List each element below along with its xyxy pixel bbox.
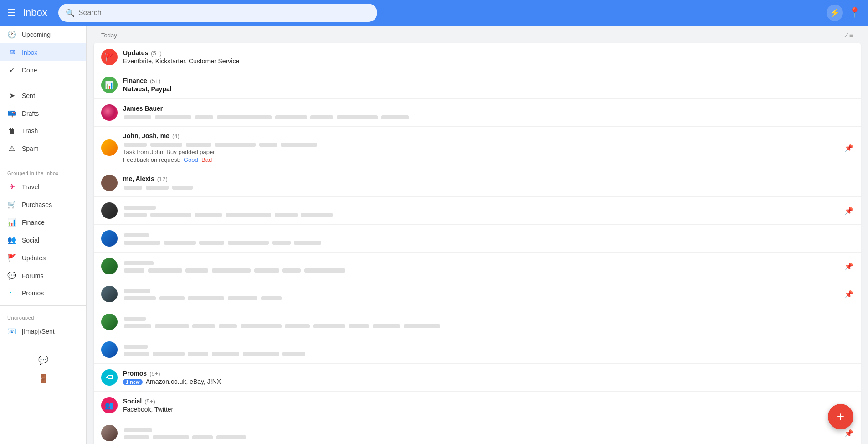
imap-sent-icon: 📧 xyxy=(7,327,16,336)
table-row[interactable]: 👥 Social (5+) Facebook, Twitter xyxy=(94,392,861,419)
email-subject: Facebook, Twitter xyxy=(123,406,853,413)
main-layout: 🕐 Upcoming ✉ Inbox ✓ Done ➤ Sent 📪 Draft… xyxy=(0,26,868,444)
sidebar-item-upcoming[interactable]: 🕐 Upcoming xyxy=(0,26,86,43)
upcoming-icon: 🕐 xyxy=(7,30,16,39)
pin-icon: 📌 xyxy=(844,144,853,152)
sidebar-label-social: Social xyxy=(22,237,39,244)
content-area: Today ✓≡ 🚩 Updates (5+) Eventbrite, Kick… xyxy=(87,26,868,444)
table-row[interactable]: 📌 xyxy=(94,419,861,444)
today-label: Today xyxy=(101,32,117,39)
menu-icon[interactable]: ☰ xyxy=(7,7,15,18)
pin-icon: 📌 xyxy=(844,207,853,215)
sidebar: 🕐 Upcoming ✉ Inbox ✓ Done ➤ Sent 📪 Draft… xyxy=(0,26,87,444)
table-row[interactable]: John, Josh, me (4) Task from John: Buy p… xyxy=(94,127,861,169)
table-row[interactable]: James Bauer xyxy=(94,99,861,127)
purchases-icon: 🛒 xyxy=(7,200,16,209)
sidebar-item-drafts[interactable]: 📪 Drafts xyxy=(0,104,86,122)
sidebar-item-sent[interactable]: ➤ Sent xyxy=(0,87,86,104)
table-row[interactable]: 🏷 Promos (5+) 1 new Amazon.co.uk, eBay, … xyxy=(94,364,861,392)
avatar xyxy=(101,341,118,358)
email-content xyxy=(123,315,853,329)
sidebar-label-drafts: Drafts xyxy=(22,110,39,117)
avatar: 👥 xyxy=(101,397,118,413)
sidebar-label-promos: Promos xyxy=(22,289,44,297)
email-subject xyxy=(123,183,853,191)
pin-icon: 📌 xyxy=(844,290,853,299)
table-row[interactable] xyxy=(94,225,861,253)
sidebar-label-inbox: Inbox xyxy=(22,49,37,56)
table-row[interactable]: 📌 xyxy=(94,280,861,308)
sidebar-item-done[interactable]: ✓ Done xyxy=(0,61,86,79)
email-content: Finance (5+) Natwest, Paypal xyxy=(123,77,853,93)
table-row[interactable]: 📌 xyxy=(94,197,861,225)
sidebar-item-inbox[interactable]: ✉ Inbox xyxy=(0,43,86,61)
pin-icon: 📌 xyxy=(844,262,853,271)
sidebar-item-social[interactable]: 👥 Social xyxy=(0,231,86,249)
sidebar-item-forums[interactable]: 💬 Forums xyxy=(0,267,86,284)
table-row[interactable]: me, Alexis (12) xyxy=(94,169,861,197)
email-content: Updates (5+) Eventbrite, Kickstarter, Cu… xyxy=(123,49,853,65)
avatar xyxy=(101,139,118,156)
avatar: 🏷 xyxy=(101,369,118,386)
sidebar-label-travel: Travel xyxy=(22,183,39,191)
email-content: Promos (5+) 1 new Amazon.co.uk, eBay, J!… xyxy=(123,370,853,385)
pin-icon: 📌 xyxy=(844,429,853,438)
sidebar-item-spam[interactable]: ⚠ Spam xyxy=(0,139,86,157)
inbox-icon: ✉ xyxy=(7,48,16,57)
table-row[interactable] xyxy=(94,308,861,336)
grouped-section-label: Grouped in the Inbox xyxy=(0,165,86,178)
email-count: (5+) xyxy=(150,77,160,84)
header-star-button[interactable]: ⚡ xyxy=(827,5,843,21)
sidebar-label-imap-sent: [Imap]/Sent xyxy=(22,328,55,335)
compose-fab[interactable]: + xyxy=(828,404,853,429)
done-icon: ✓ xyxy=(7,66,16,74)
drafts-icon: 📪 xyxy=(7,109,16,118)
email-content xyxy=(123,287,841,301)
email-count: (5+) xyxy=(144,398,155,405)
email-sender: me, Alexis xyxy=(123,175,154,182)
avatar xyxy=(101,258,118,274)
sidebar-item-updates[interactable]: 🚩 Updates xyxy=(0,249,86,267)
email-content xyxy=(123,343,853,357)
sidebar-label-spam: Spam xyxy=(22,145,39,152)
sidebar-item-purchases[interactable]: 🛒 Purchases xyxy=(0,196,86,213)
email-count: (12) xyxy=(157,176,168,182)
search-bar[interactable]: 🔍 xyxy=(58,4,377,22)
sidebar-item-promos[interactable]: 🏷 Promos xyxy=(0,284,86,302)
today-email-list: 🚩 Updates (5+) Eventbrite, Kickstarter, … xyxy=(94,43,861,444)
sidebar-item-finance[interactable]: 📊 Finance xyxy=(0,213,86,231)
email-count: (5+) xyxy=(151,50,161,57)
email-subject: 1 new Amazon.co.uk, eBay, J!NX xyxy=(123,378,853,385)
email-count: (5+) xyxy=(149,370,160,377)
sidebar-label-upcoming: Upcoming xyxy=(22,31,51,38)
table-row[interactable]: 📌 xyxy=(94,253,861,280)
sidebar-chat-icon[interactable]: 💬 xyxy=(35,352,51,368)
updates-icon: 🚩 xyxy=(7,253,16,262)
avatar xyxy=(101,202,118,219)
email-content xyxy=(123,426,841,440)
avatar: 🚩 xyxy=(101,49,118,65)
avatar xyxy=(101,175,118,191)
notification-icon[interactable]: 📍 xyxy=(848,7,861,19)
email-content: James Bauer xyxy=(123,105,853,120)
travel-icon: ✈ xyxy=(7,182,16,191)
table-row[interactable]: 🚩 Updates (5+) Eventbrite, Kickstarter, … xyxy=(94,43,861,71)
table-row[interactable] xyxy=(94,336,861,364)
email-subject: Natwest, Paypal xyxy=(123,85,853,93)
feedback-good[interactable]: Good xyxy=(184,156,198,163)
search-input[interactable] xyxy=(78,9,370,17)
sidebar-item-trash[interactable]: 🗑 Trash xyxy=(0,122,86,139)
sidebar-logout-icon[interactable]: 🚪 xyxy=(35,370,51,387)
email-content xyxy=(123,232,853,246)
sidebar-label-sent: Sent xyxy=(22,92,35,99)
email-sender: Social xyxy=(123,398,142,405)
today-check-icon[interactable]: ✓≡ xyxy=(843,31,853,40)
sidebar-item-imap-sent[interactable]: 📧 [Imap]/Sent xyxy=(0,322,86,340)
promos-icon: 🏷 xyxy=(7,289,16,297)
sidebar-item-travel[interactable]: ✈ Travel xyxy=(0,178,86,196)
email-sender: John, Josh, me xyxy=(123,132,169,139)
email-content xyxy=(123,204,841,218)
feedback-bad[interactable]: Bad xyxy=(201,156,212,163)
table-row[interactable]: 📊 Finance (5+) Natwest, Paypal xyxy=(94,71,861,99)
email-content xyxy=(123,259,841,274)
